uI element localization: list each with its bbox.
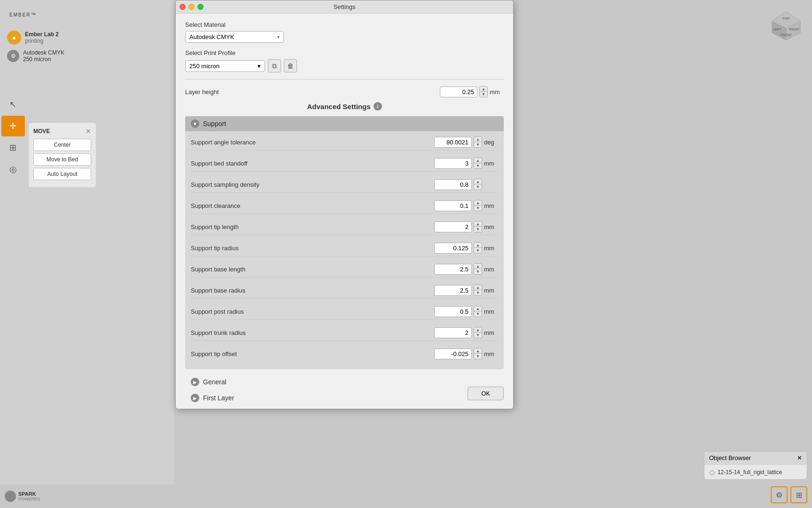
settings-icon-button[interactable]: ⚙ [771, 486, 788, 503]
support-field-row: Support clearance ▲ ▼ mm [191, 198, 498, 214]
support-field-label: Support sampling density [191, 181, 434, 188]
support-field-spinner[interactable]: ▲ ▼ [474, 242, 482, 254]
support-field-spinner[interactable]: ▲ ▼ [474, 306, 482, 317]
support-tool-button[interactable]: ◎ [1, 159, 25, 180]
support-field-unit: deg [484, 139, 498, 146]
object-browser-close[interactable]: ✕ [797, 454, 802, 461]
layer-height-unit: mm [490, 88, 504, 95]
dialog-body: Select Material Autodesk CMYK ▾ Select P… [176, 14, 513, 409]
support-field-label: Support tip radius [191, 245, 434, 252]
support-field-spinner[interactable]: ▲ ▼ [474, 179, 482, 190]
support-field-down[interactable]: ▼ [474, 227, 482, 232]
svg-text:RIGHT: RIGHT [789, 28, 800, 31]
support-field-up[interactable]: ▲ [474, 327, 482, 333]
collapsed-section[interactable]: ▶ Burn-in Layer [185, 406, 504, 409]
support-field-down[interactable]: ▼ [474, 333, 482, 338]
support-field-input-group: ▲ ▼ mm [434, 158, 498, 169]
advanced-settings-info-icon[interactable]: i [374, 102, 382, 111]
move-to-bed-button[interactable]: Move to Bed [33, 153, 91, 166]
support-field-row: Support tip offset ▲ ▼ mm [191, 346, 498, 362]
support-field-up[interactable]: ▲ [474, 222, 482, 227]
support-field-input-group: ▲ ▼ mm [434, 221, 498, 232]
delete-profile-button[interactable]: 🗑 [284, 59, 297, 72]
support-field-row: Support base length ▲ ▼ mm [191, 261, 498, 278]
support-field-up[interactable]: ▲ [474, 306, 482, 311]
support-field-input[interactable] [434, 349, 472, 359]
auto-layout-button[interactable]: Auto Layout [33, 168, 91, 180]
support-field-up[interactable]: ▲ [474, 349, 482, 354]
support-field-input-group: ▲ ▼ deg [434, 136, 498, 148]
move-panel-close[interactable]: ✕ [86, 127, 91, 135]
support-field-spinner[interactable]: ▲ ▼ [474, 348, 482, 359]
profile-dropdown[interactable]: 250 micron ▾ [185, 60, 265, 72]
layout-tool-button[interactable]: ⊞ [1, 137, 25, 158]
support-field-unit: mm [484, 308, 498, 315]
support-field-up[interactable]: ▲ [474, 179, 482, 184]
support-field-input[interactable] [434, 222, 472, 232]
support-field-up[interactable]: ▲ [474, 137, 482, 142]
collapsed-section[interactable]: ▶ General [185, 374, 504, 390]
material-text: Autodesk CMYK 250 micron [23, 49, 64, 63]
maximize-button[interactable] [197, 4, 203, 10]
support-field-input[interactable] [434, 243, 472, 254]
support-field-down[interactable]: ▼ [474, 248, 482, 253]
support-field-spinner[interactable]: ▲ ▼ [474, 221, 482, 232]
spark-text: SPARK POWERED [18, 491, 40, 501]
support-field-input[interactable] [434, 264, 472, 275]
support-field-down[interactable]: ▼ [474, 354, 482, 359]
support-field-spinner[interactable]: ▲ ▼ [474, 263, 482, 275]
object-browser-title: Object Browser [709, 454, 751, 461]
support-field-down[interactable]: ▼ [474, 206, 482, 211]
material-dropdown[interactable]: Autodesk CMYK ▾ [185, 31, 284, 43]
support-field-input[interactable] [434, 327, 472, 338]
minimize-button[interactable] [188, 4, 195, 10]
view-cube[interactable]: TOP RIGHT LEFT FRONT [770, 9, 803, 42]
network-icon-button[interactable]: ⊞ [790, 486, 807, 503]
support-field-down[interactable]: ▼ [474, 163, 482, 168]
support-field-up[interactable]: ▲ [474, 285, 482, 290]
material-profile: 250 micron [23, 56, 64, 63]
material-name: Autodesk CMYK [23, 49, 64, 56]
support-field-input[interactable] [434, 200, 472, 211]
support-collapse-icon[interactable]: ▼ [191, 119, 199, 128]
support-section-header[interactable]: ▼ Support [185, 116, 504, 131]
support-field-up[interactable]: ▲ [474, 200, 482, 206]
collapsed-section[interactable]: ▶ First Layer [185, 390, 504, 406]
support-field-spinner[interactable]: ▲ ▼ [474, 200, 482, 211]
move-tool-button[interactable]: ✛ [1, 116, 25, 136]
support-field-down[interactable]: ▼ [474, 290, 482, 295]
support-field-spinner[interactable]: ▲ ▼ [474, 158, 482, 169]
center-button[interactable]: Center [33, 139, 91, 151]
select-tool-button[interactable]: ↖ [1, 94, 25, 115]
support-field-down[interactable]: ▼ [474, 269, 482, 274]
layer-height-up[interactable]: ▲ [480, 87, 487, 92]
support-field-down[interactable]: ▼ [474, 311, 482, 317]
layer-height-down[interactable]: ▼ [480, 92, 487, 97]
object-browser-header: Object Browser ✕ [704, 452, 807, 465]
support-field-input-group: ▲ ▼ mm [434, 285, 498, 296]
support-field-label: Support tip offset [191, 350, 434, 357]
support-field-unit: mm [484, 245, 498, 252]
layer-height-spinner[interactable]: ▲ ▼ [479, 86, 488, 97]
ok-button[interactable]: OK [468, 387, 504, 400]
support-field-spinner[interactable]: ▲ ▼ [474, 136, 482, 148]
support-field-up[interactable]: ▲ [474, 264, 482, 269]
support-field-spinner[interactable]: ▲ ▼ [474, 327, 482, 338]
support-field-up[interactable]: ▲ [474, 243, 482, 248]
support-field-input[interactable] [434, 285, 472, 296]
support-field-input[interactable] [434, 306, 472, 317]
support-field-label: Support base radius [191, 287, 434, 294]
support-field-input[interactable] [434, 137, 472, 148]
support-field-down[interactable]: ▼ [474, 142, 482, 147]
close-button[interactable] [180, 4, 186, 10]
support-field-up[interactable]: ▲ [474, 158, 482, 163]
support-field-input[interactable] [434, 179, 472, 190]
support-field-unit: mm [484, 160, 498, 167]
copy-profile-button[interactable]: ⧉ [268, 59, 281, 72]
svg-text:LEFT: LEFT [773, 28, 781, 31]
support-field-down[interactable]: ▼ [474, 184, 482, 190]
support-field-input[interactable] [434, 158, 472, 169]
support-field-spinner[interactable]: ▲ ▼ [474, 285, 482, 296]
collapsed-section-icon: ▶ [191, 394, 199, 402]
layer-height-input[interactable] [440, 87, 477, 97]
